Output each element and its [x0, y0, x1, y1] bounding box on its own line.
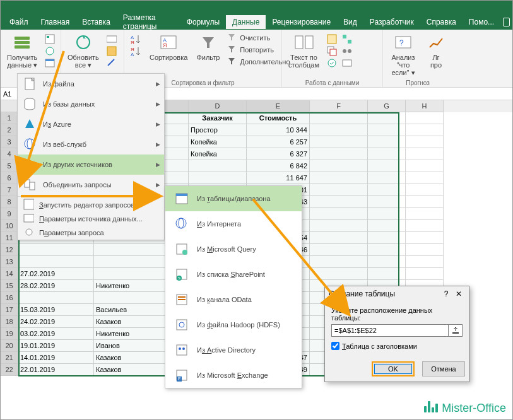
cell[interactable]: [18, 244, 94, 256]
cell[interactable]: [368, 184, 406, 196]
cell[interactable]: 28.02.2019: [18, 280, 94, 292]
cell[interactable]: [368, 256, 406, 268]
collapse-dialog-icon[interactable]: [449, 324, 463, 337]
cell[interactable]: [406, 184, 444, 196]
cell[interactable]: 6 327: [247, 148, 310, 160]
cell[interactable]: Копейка: [189, 136, 247, 148]
cell[interactable]: [310, 268, 368, 280]
row-header[interactable]: 6: [1, 172, 18, 184]
cell[interactable]: [310, 232, 368, 244]
cell[interactable]: [310, 112, 368, 124]
cell[interactable]: 11 647: [247, 172, 310, 184]
row-header[interactable]: 10: [1, 220, 18, 232]
row-header[interactable]: 8: [1, 196, 18, 208]
submenu-item-table[interactable]: Из таблицы/диапазона: [165, 186, 302, 211]
cell[interactable]: [310, 172, 368, 184]
consolidate-icon[interactable]: [341, 33, 353, 45]
row-header[interactable]: 9: [1, 208, 18, 220]
col-header-D[interactable]: D: [189, 100, 247, 112]
what-if-button[interactable]: ? Анализ "что если" ▾: [387, 31, 420, 78]
remove-dups-icon[interactable]: [326, 45, 338, 57]
cell[interactable]: [310, 136, 368, 148]
tab-разработчик[interactable]: Разработчик: [363, 15, 420, 29]
row-header[interactable]: 18: [1, 316, 18, 328]
menu-item-opts[interactable]: Параметры запроса: [18, 226, 164, 240]
cell[interactable]: [406, 268, 444, 280]
cell[interactable]: 27.02.2019: [18, 268, 94, 280]
cell[interactable]: [189, 172, 247, 184]
cell[interactable]: [368, 268, 406, 280]
cell[interactable]: [406, 148, 444, 160]
edit-links-icon[interactable]: [105, 57, 118, 69]
cell[interactable]: [406, 136, 444, 148]
cell[interactable]: [368, 196, 406, 208]
row-header[interactable]: 21: [1, 352, 18, 364]
tab-справка[interactable]: Справка: [420, 15, 463, 29]
cell[interactable]: 6 257: [247, 136, 310, 148]
cell[interactable]: [310, 148, 368, 160]
ok-button[interactable]: OK: [372, 361, 415, 376]
row-header[interactable]: 2: [1, 124, 18, 136]
row-header[interactable]: 15: [1, 280, 18, 292]
cell[interactable]: 24.02.2019: [18, 316, 94, 328]
properties-icon[interactable]: [105, 45, 118, 57]
flash-fill-icon[interactable]: [326, 33, 338, 45]
from-web-icon[interactable]: [44, 45, 56, 57]
row-header[interactable]: 7: [1, 184, 18, 196]
tab-помо...[interactable]: Помо...: [463, 15, 500, 29]
cell[interactable]: [406, 196, 444, 208]
cell[interactable]: [310, 196, 368, 208]
cell[interactable]: [406, 232, 444, 244]
submenu-item-web[interactable]: Из Интернета: [165, 211, 302, 236]
cell[interactable]: [406, 220, 444, 232]
text-to-columns-button[interactable]: Текст по столбцам: [286, 31, 322, 70]
menu-item-merge[interactable]: Объединить запросы▶: [18, 175, 164, 195]
menu-item-web[interactable]: Из веб-служб▶: [18, 134, 164, 155]
cell[interactable]: [18, 292, 94, 304]
ruler-icon[interactable]: [503, 18, 510, 26]
cell[interactable]: 15.03.2019: [18, 304, 94, 316]
cell[interactable]: 10 344: [247, 124, 310, 136]
row-header[interactable]: 17: [1, 304, 18, 316]
cell[interactable]: [406, 172, 444, 184]
range-input[interactable]: [331, 324, 449, 337]
cell[interactable]: [368, 244, 406, 256]
menu-item-params[interactable]: Параметры источника данных...: [18, 212, 164, 226]
connections-icon[interactable]: [105, 33, 118, 45]
cell[interactable]: [406, 124, 444, 136]
cell[interactable]: 19.01.2019: [18, 340, 94, 352]
cell[interactable]: [368, 160, 406, 172]
cell[interactable]: Стоимость: [247, 112, 310, 124]
tab-данные[interactable]: Данные: [226, 15, 266, 29]
row-header[interactable]: 3: [1, 136, 18, 148]
tab-рецензирование[interactable]: Рецензирование: [266, 15, 337, 29]
cell[interactable]: [406, 244, 444, 256]
menu-item-other[interactable]: Из других источников▶: [18, 155, 164, 175]
cell[interactable]: 03.02.2019: [18, 328, 94, 340]
submenu-item-hdfs[interactable]: Из файла Hadoop (HDFS): [165, 312, 302, 337]
cancel-button[interactable]: Отмена: [422, 361, 465, 376]
cell[interactable]: [368, 136, 406, 148]
tab-формулы[interactable]: Формулы: [180, 15, 226, 29]
tab-файл[interactable]: Файл: [3, 15, 35, 29]
tab-вставка[interactable]: Вставка: [76, 15, 117, 29]
row-header[interactable]: 5: [1, 160, 18, 172]
row-header[interactable]: 20: [1, 340, 18, 352]
cell[interactable]: [310, 256, 368, 268]
dialog-help-button[interactable]: ?: [440, 289, 452, 298]
cell[interactable]: Копейка: [189, 148, 247, 160]
row-header[interactable]: 14: [1, 268, 18, 280]
row-header[interactable]: 13: [1, 256, 18, 268]
cell[interactable]: [406, 160, 444, 172]
col-header-H[interactable]: H: [406, 100, 444, 112]
col-header-F[interactable]: F: [310, 100, 368, 112]
cell[interactable]: [310, 184, 368, 196]
submenu-item-mq[interactable]: Из Microsoft Query: [165, 236, 302, 262]
relationships-icon[interactable]: [341, 45, 353, 57]
forecast-button[interactable]: Лг про: [423, 31, 449, 70]
row-header[interactable]: 11: [1, 232, 18, 244]
cell[interactable]: [189, 160, 247, 172]
cell[interactable]: 6 842: [247, 160, 310, 172]
row-header[interactable]: 12: [1, 244, 18, 256]
get-data-button[interactable]: Получить данные ▾: [4, 31, 40, 70]
